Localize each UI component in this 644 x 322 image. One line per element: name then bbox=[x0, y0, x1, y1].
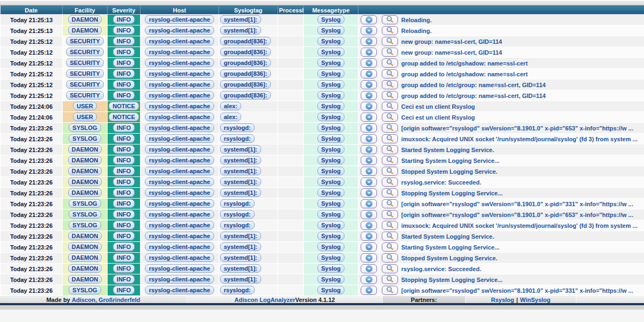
loganalyzer-link[interactable]: Adiscon LogAnalyzer bbox=[235, 297, 295, 303]
expand-row-button[interactable] bbox=[361, 80, 377, 89]
host-badge[interactable]: rsyslog-client-apache bbox=[145, 134, 214, 143]
severity-badge[interactable]: INFO bbox=[113, 15, 135, 24]
severity-badge[interactable]: INFO bbox=[113, 242, 135, 251]
adiscon-link[interactable]: Adiscon, Großrinderfeld bbox=[72, 297, 141, 303]
expand-row-button[interactable] bbox=[361, 167, 377, 176]
syslogtag-badge[interactable]: rsyslogd: bbox=[220, 221, 255, 229]
severity-badge[interactable]: INFO bbox=[113, 37, 135, 45]
messagetype-badge[interactable]: Syslog bbox=[317, 253, 344, 262]
syslogtag-badge[interactable]: rsyslogd: bbox=[220, 134, 255, 143]
host-badge[interactable]: rsyslog-client-apache bbox=[145, 113, 214, 121]
syslogtag-badge[interactable]: rsyslogd: bbox=[220, 199, 255, 208]
view-message-button[interactable] bbox=[382, 178, 398, 187]
column-header-messagetype[interactable]: Messagetype bbox=[304, 6, 358, 15]
host-badge[interactable]: rsyslog-client-apache bbox=[145, 210, 214, 219]
host-badge[interactable]: rsyslog-client-apache bbox=[145, 58, 214, 67]
syslogtag-badge[interactable]: rsyslogd: bbox=[220, 210, 255, 219]
host-badge[interactable]: rsyslog-client-apache bbox=[145, 242, 214, 251]
messagetype-badge[interactable]: Syslog bbox=[317, 145, 344, 154]
expand-row-button[interactable] bbox=[361, 48, 377, 57]
messagetype-badge[interactable]: Syslog bbox=[317, 80, 344, 89]
host-badge[interactable]: rsyslog-client-apache bbox=[145, 188, 214, 197]
view-message-button[interactable] bbox=[382, 286, 398, 295]
host-badge[interactable]: rsyslog-client-apache bbox=[145, 264, 214, 273]
severity-badge[interactable]: INFO bbox=[113, 199, 135, 208]
view-message-button[interactable] bbox=[382, 167, 398, 176]
expand-row-button[interactable] bbox=[361, 264, 377, 273]
host-badge[interactable]: rsyslog-client-apache bbox=[145, 286, 214, 294]
host-badge[interactable]: rsyslog-client-apache bbox=[145, 80, 214, 89]
messagetype-badge[interactable]: Syslog bbox=[317, 264, 344, 273]
facility-badge[interactable]: SECURITY bbox=[66, 48, 104, 56]
syslogtag-badge[interactable]: systemd[1]: bbox=[220, 242, 261, 251]
expand-row-button[interactable] bbox=[361, 242, 377, 252]
host-badge[interactable]: rsyslog-client-apache bbox=[145, 199, 214, 208]
view-message-button[interactable] bbox=[382, 69, 398, 78]
messagetype-badge[interactable]: Syslog bbox=[317, 156, 344, 165]
view-message-button[interactable] bbox=[382, 221, 398, 230]
facility-badge[interactable]: SECURITY bbox=[66, 37, 104, 45]
expand-row-button[interactable] bbox=[361, 123, 377, 133]
expand-row-button[interactable] bbox=[361, 69, 377, 78]
view-message-button[interactable] bbox=[382, 102, 398, 111]
messagetype-badge[interactable]: Syslog bbox=[317, 210, 344, 219]
syslogtag-badge[interactable]: systemd[1]: bbox=[220, 264, 261, 273]
facility-badge[interactable]: DAEMON bbox=[68, 242, 102, 251]
expand-row-button[interactable] bbox=[361, 58, 377, 68]
facility-badge[interactable]: SECURITY bbox=[66, 91, 104, 100]
expand-row-button[interactable] bbox=[361, 232, 377, 241]
syslogtag-badge[interactable]: systemd[1]: bbox=[220, 275, 261, 284]
syslogtag-badge[interactable]: groupadd[836]: bbox=[220, 69, 271, 78]
expand-row-button[interactable] bbox=[361, 134, 377, 143]
expand-row-button[interactable] bbox=[361, 113, 377, 122]
host-badge[interactable]: rsyslog-client-apache bbox=[145, 37, 214, 45]
expand-row-button[interactable] bbox=[361, 178, 377, 187]
expand-row-button[interactable] bbox=[361, 286, 377, 295]
view-message-button[interactable] bbox=[382, 253, 398, 262]
view-message-button[interactable] bbox=[382, 48, 398, 57]
expand-row-button[interactable] bbox=[361, 15, 377, 24]
severity-badge[interactable]: INFO bbox=[113, 58, 135, 67]
messagetype-badge[interactable]: Syslog bbox=[317, 69, 344, 78]
facility-badge[interactable]: SYSLOG bbox=[69, 221, 101, 229]
column-header-severity[interactable]: Severity bbox=[108, 6, 141, 15]
severity-badge[interactable]: INFO bbox=[113, 178, 135, 186]
severity-badge[interactable]: INFO bbox=[113, 210, 135, 219]
syslogtag-badge[interactable]: groupadd[836]: bbox=[220, 80, 271, 89]
facility-badge[interactable]: DAEMON bbox=[68, 145, 102, 154]
syslogtag-badge[interactable]: groupadd[836]: bbox=[220, 58, 271, 67]
column-header-host[interactable]: Host bbox=[141, 6, 219, 15]
host-badge[interactable]: rsyslog-client-apache bbox=[145, 102, 214, 110]
facility-badge[interactable]: DAEMON bbox=[68, 253, 102, 262]
expand-row-button[interactable] bbox=[361, 145, 377, 154]
severity-badge[interactable]: INFO bbox=[113, 91, 135, 100]
messagetype-badge[interactable]: Syslog bbox=[317, 91, 344, 100]
view-message-button[interactable] bbox=[382, 188, 398, 198]
syslogtag-badge[interactable]: systemd[1]: bbox=[220, 15, 261, 24]
messagetype-badge[interactable]: Syslog bbox=[317, 199, 344, 208]
view-message-button[interactable] bbox=[382, 242, 398, 252]
messagetype-badge[interactable]: Syslog bbox=[317, 221, 344, 229]
severity-badge[interactable]: INFO bbox=[113, 232, 135, 240]
syslogtag-badge[interactable]: alex: bbox=[220, 113, 241, 121]
syslogtag-badge[interactable]: rsyslogd: bbox=[220, 286, 255, 294]
severity-badge[interactable]: INFO bbox=[113, 156, 135, 165]
host-badge[interactable]: rsyslog-client-apache bbox=[145, 178, 214, 186]
host-badge[interactable]: rsyslog-client-apache bbox=[145, 232, 214, 240]
severity-badge[interactable]: INFO bbox=[113, 275, 135, 284]
view-message-button[interactable] bbox=[382, 232, 398, 241]
messagetype-badge[interactable]: Syslog bbox=[317, 242, 344, 251]
view-message-button[interactable] bbox=[382, 15, 398, 24]
messagetype-badge[interactable]: Syslog bbox=[317, 26, 344, 35]
facility-badge[interactable]: SYSLOG bbox=[69, 199, 101, 208]
facility-badge[interactable]: SYSLOG bbox=[69, 123, 101, 132]
messagetype-badge[interactable]: Syslog bbox=[317, 188, 344, 197]
view-message-button[interactable] bbox=[382, 80, 398, 89]
messagetype-badge[interactable]: Syslog bbox=[317, 123, 344, 132]
column-header-date[interactable]: Date bbox=[1, 6, 63, 15]
syslogtag-badge[interactable]: systemd[1]: bbox=[220, 178, 261, 186]
view-message-button[interactable] bbox=[382, 275, 398, 284]
view-message-button[interactable] bbox=[382, 58, 398, 68]
severity-badge[interactable]: INFO bbox=[113, 188, 135, 197]
syslogtag-badge[interactable]: groupadd[836]: bbox=[220, 91, 271, 100]
